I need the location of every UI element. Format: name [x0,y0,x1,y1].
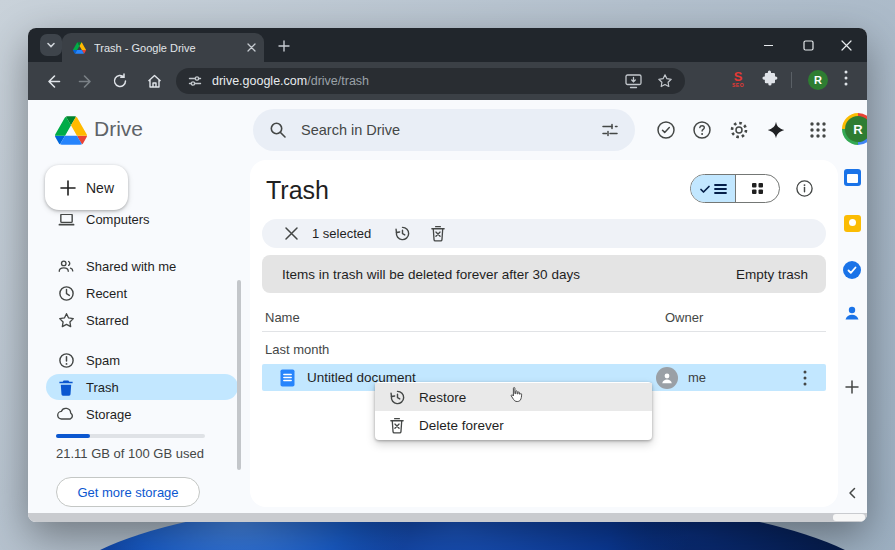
tab-strip: Trash - Google Drive [28,28,867,62]
spam-alert-icon [57,351,75,369]
storage-usage-text: 21.11 GB of 100 GB used [56,446,204,461]
settings-gear-icon[interactable] [728,119,750,141]
star-icon [57,311,75,329]
window-close-button[interactable] [834,33,858,57]
drive-search-bar[interactable] [253,109,635,151]
sidebar-item-trash[interactable]: Trash [46,374,238,400]
empty-trash-button[interactable]: Empty trash [736,267,808,282]
people-icon [57,257,75,275]
delete-forever-icon [388,416,406,434]
calendar-icon[interactable] [841,166,863,188]
owner-avatar [656,367,678,389]
side-panel-toggle-icon[interactable] [841,482,863,504]
trash-icon [57,378,75,396]
browser-profile-avatar[interactable]: R [808,70,828,90]
sidebar-scrollbar[interactable] [237,280,241,470]
mouse-cursor-hand [508,386,523,404]
url-host: drive.google.com [212,74,307,88]
window-maximize-button[interactable] [796,33,820,57]
new-tab-button[interactable] [274,36,293,55]
address-bar[interactable]: drive.google.com/drive/trash [176,68,685,94]
check-icon [699,183,711,195]
bookmark-star-icon[interactable] [657,73,673,89]
tab-title: Trash - Google Drive [94,42,247,54]
sidebar-item-shared-with-me[interactable]: Shared with me [46,253,238,279]
site-settings-icon[interactable] [188,74,202,88]
tasks-icon[interactable] [841,259,863,281]
owner-name: me [688,370,706,385]
apps-grid-icon[interactable] [807,119,829,141]
trash-panel: Trash [250,160,838,507]
google-docs-icon [280,369,295,387]
offline-status-icon[interactable] [655,119,677,141]
contacts-icon[interactable] [841,302,863,324]
group-label: Last month [265,342,329,357]
drive-logo [55,116,87,145]
view-toggle [690,174,780,203]
list-view-icon [714,183,727,195]
horizontal-scrollbar[interactable] [28,513,867,522]
cloud-icon [57,405,75,423]
grid-view-button[interactable] [736,175,780,202]
plus-icon [59,179,77,197]
storage-progress-fill [56,434,90,438]
banner-text: Items in trash will be deleted forever a… [282,267,580,282]
drive-app: Drive R [28,100,867,513]
send-to-device-icon[interactable] [625,74,642,89]
storage-progress-bar [56,434,205,438]
extensions-puzzle-icon[interactable] [759,68,779,88]
gemini-sparkle-icon[interactable] [765,119,787,141]
tab-search-button[interactable] [40,34,62,56]
chevron-down-icon [46,40,56,50]
sidebar-item-computers[interactable]: Computers [46,214,238,232]
help-icon[interactable] [691,119,713,141]
selection-count: 1 selected [312,226,371,241]
home-icon[interactable] [144,71,164,91]
trash-banner: Items in trash will be deleted forever a… [262,255,826,293]
back-icon[interactable] [42,71,62,91]
page-title: Trash [266,176,329,205]
get-addons-icon[interactable] [841,376,863,398]
list-view-button[interactable] [691,175,735,202]
get-more-storage-button[interactable]: Get more storage [56,477,200,507]
drive-favicon [73,42,86,54]
delete-forever-icon[interactable] [429,225,447,243]
search-input[interactable] [301,122,601,138]
keep-icon[interactable] [841,212,863,234]
sidebar-item-spam[interactable]: Spam [46,347,238,373]
restore-icon[interactable] [393,225,411,243]
sidebar-scroll-area: Computers Shared with me Recent [28,214,250,429]
horizontal-scrollbar-thumb[interactable] [833,514,865,521]
details-info-icon[interactable] [794,178,814,198]
url-path: /drive/trash [307,74,369,88]
drive-app-name: Drive [94,117,143,141]
table-header-divider [262,331,826,332]
browser-menu-icon[interactable] [839,68,853,88]
laptop-icon [57,214,75,228]
forward-icon[interactable] [76,71,96,91]
column-header-owner[interactable]: Owner [665,310,703,325]
seo-extension-icon[interactable]: S SEO [728,68,748,90]
new-button[interactable]: New [45,165,128,210]
window-minimize-button[interactable] [756,33,780,57]
sidebar-item-recent[interactable]: Recent [46,280,238,306]
row-more-actions-icon[interactable] [798,368,812,388]
grid-view-icon [751,182,764,195]
browser-tab-trash[interactable]: Trash - Google Drive [62,33,264,62]
tab-close-icon[interactable] [247,43,256,52]
clock-icon [57,284,75,302]
search-options-icon[interactable] [601,121,619,139]
drive-profile-avatar[interactable]: R [842,113,867,145]
sidebar-item-storage[interactable]: Storage [46,401,238,427]
browser-window: Trash - Google Drive [28,28,867,522]
sidebar-item-starred[interactable]: Starred [46,307,238,333]
url-text: drive.google.com/drive/trash [212,74,369,88]
selection-toolbar: 1 selected [262,219,826,248]
clear-selection-icon[interactable] [282,225,300,243]
toolbar-divider [791,72,792,88]
menu-item-delete-forever[interactable]: Delete forever [375,411,652,439]
reload-icon[interactable] [110,71,130,91]
search-icon [269,121,287,139]
owner-cell: me [656,367,706,389]
column-header-name[interactable]: Name [265,310,300,325]
